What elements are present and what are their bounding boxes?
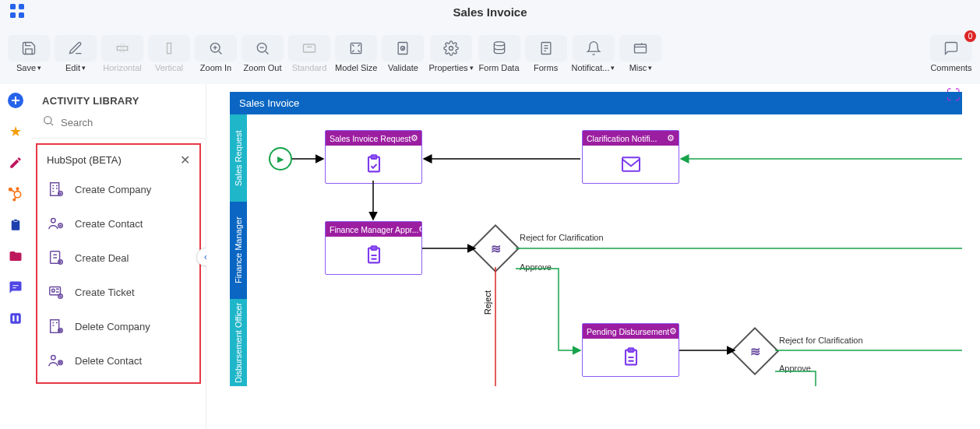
lane-disbursement-officer: Disbursement Officer [230, 299, 247, 386]
label-reject: Reject [483, 290, 492, 315]
lib-item-create-company[interactable]: Create Company [41, 172, 196, 206]
svg-point-17 [14, 192, 20, 198]
gear-icon[interactable]: ⚙ [411, 133, 418, 143]
lib-item-delete-company[interactable]: Delete Company [41, 309, 196, 343]
svg-rect-24 [12, 315, 14, 322]
task-clarification-notification[interactable]: Clarification Notifi...⚙ [582, 130, 679, 184]
hubspot-icon[interactable] [7, 185, 24, 202]
folder-icon[interactable] [7, 248, 24, 265]
deal-icon [47, 248, 65, 267]
star-icon[interactable]: ★ [7, 123, 24, 140]
svg-rect-1 [19, 4, 24, 9]
company-icon [47, 180, 65, 199]
label-approve-2: Approve [779, 364, 811, 373]
start-event[interactable]: ▶ [269, 147, 292, 171]
gateway-1[interactable]: ≋ [471, 224, 520, 273]
close-icon[interactable]: ✕ [180, 153, 190, 167]
svg-rect-5 [167, 43, 171, 53]
lib-item-create-deal[interactable]: Create Deal [41, 241, 196, 275]
gear-icon[interactable]: ⚙ [667, 133, 675, 143]
lib-item-create-ticket[interactable]: Create Ticket [41, 275, 196, 309]
company-delete-icon [47, 317, 65, 336]
apps-icon[interactable] [9, 3, 25, 22]
svg-rect-2 [10, 12, 16, 18]
svg-rect-42 [622, 157, 640, 171]
svg-rect-36 [51, 320, 59, 333]
svg-point-26 [44, 117, 51, 124]
sidebar-heading: ACTIVITY LIBRARY [31, 84, 206, 114]
add-icon[interactable] [7, 92, 24, 109]
edit-icon[interactable] [7, 154, 24, 171]
task-finance-manager-approve[interactable]: Finance Manager Appr...⚙ [325, 221, 422, 275]
label-reject-clarification-2: Reject for Clarification [779, 336, 863, 345]
svg-rect-21 [12, 220, 20, 230]
label-reject-clarification-1: Reject for Clarification [520, 233, 604, 242]
svg-rect-3 [19, 12, 24, 18]
misc-button[interactable]: Misc▾ [619, 35, 661, 72]
standard-button[interactable]: Standard [288, 35, 330, 72]
lib-item-delete-contact[interactable]: Delete Contact [41, 343, 196, 378]
horizontal-button[interactable]: Horizontal [101, 35, 143, 72]
svg-point-13 [494, 42, 504, 46]
gateway-2[interactable]: ≋ [731, 327, 779, 375]
svg-point-29 [51, 219, 56, 223]
comments-button[interactable]: 0 Comments [930, 35, 972, 72]
lane-sales-request: Sales Request [230, 114, 247, 202]
contact-delete-icon [47, 351, 65, 370]
svg-rect-0 [10, 4, 16, 9]
top-header: Sales Invoice [0, 0, 980, 23]
svg-rect-23 [10, 313, 21, 324]
svg-rect-25 [17, 315, 19, 322]
svg-rect-4 [117, 47, 127, 51]
gear-icon[interactable]: ⚙ [669, 326, 677, 336]
svg-rect-22 [14, 220, 18, 222]
vertical-button[interactable]: Vertical [148, 35, 190, 72]
notifications-button[interactable]: Notificat...▾ [572, 35, 615, 72]
form-data-button[interactable]: Form Data [478, 35, 520, 72]
ticket-icon [47, 283, 65, 301]
zoom-out-button[interactable]: Zoom Out [241, 35, 284, 72]
search-icon [42, 114, 55, 130]
search-row [31, 114, 206, 139]
toolbar: Save▾ Edit▾ Horizontal Vertical Zoom In … [0, 23, 980, 84]
label-approve-1: Approve [520, 262, 552, 272]
search-input[interactable] [61, 117, 195, 128]
zoom-in-button[interactable]: Zoom In [195, 35, 237, 72]
task-pending-disbursement[interactable]: Pending Disbursement⚙ [582, 323, 679, 377]
forms-button[interactable]: Forms [525, 35, 567, 72]
lib-item-create-contact[interactable]: Create Contact [41, 206, 196, 241]
validate-button[interactable]: Validate [382, 35, 424, 72]
lane-finance-manager: Finance Manager [230, 202, 247, 299]
task-sales-invoice-request[interactable]: Sales Invoice Request⚙ [325, 130, 422, 184]
columns-icon[interactable] [7, 310, 24, 327]
svg-rect-27 [51, 183, 59, 196]
pool-header: Sales Invoice ⛶ [230, 92, 962, 114]
svg-point-38 [51, 356, 56, 360]
left-rail: ★ [0, 84, 31, 429]
chevron-down-icon: ▾ [37, 64, 41, 72]
svg-rect-15 [635, 44, 647, 53]
svg-rect-8 [304, 44, 316, 52]
chat-icon[interactable] [7, 279, 24, 296]
library-group-title: HubSpot (BETA) [47, 154, 122, 166]
svg-point-34 [52, 289, 55, 292]
chevron-down-icon: ▾ [470, 64, 474, 72]
model-size-button[interactable]: Model Size [335, 35, 377, 72]
clipboard-icon[interactable] [7, 216, 24, 234]
save-button[interactable]: Save▾ [8, 35, 50, 72]
page-title: Sales Invoice [453, 5, 527, 19]
fullscreen-icon[interactable]: ⛶ [947, 87, 961, 104]
contact-icon [47, 214, 65, 233]
chevron-down-icon: ▾ [648, 64, 652, 72]
library-group-hubspot: HubSpot (BETA) ✕ Create Company Create C… [36, 143, 201, 384]
svg-point-19 [9, 188, 12, 191]
chevron-down-icon: ▾ [82, 64, 86, 72]
svg-point-12 [449, 47, 453, 51]
process-canvas[interactable]: Sales Invoice ⛶ Sales Request Finance Ma… [206, 84, 980, 429]
properties-button[interactable]: Properties▾ [428, 35, 473, 72]
activity-library-sidebar: ACTIVITY LIBRARY HubSpot (BETA) ✕ Create… [31, 84, 206, 429]
chevron-down-icon: ▾ [611, 64, 615, 72]
comments-badge: 0 [964, 30, 976, 42]
gear-icon[interactable]: ⚙ [418, 224, 421, 234]
edit-button[interactable]: Edit▾ [55, 35, 97, 72]
